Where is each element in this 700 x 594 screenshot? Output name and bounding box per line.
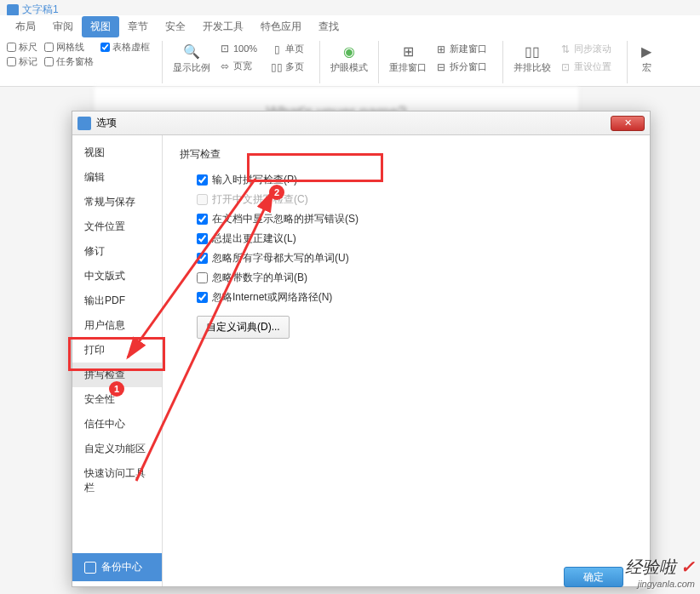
dialog-titlebar[interactable]: 选项 ✕ (72, 111, 650, 135)
sidebar-item-pdf[interactable]: 输出PDF (72, 288, 162, 313)
multipage-icon: ▯▯ (271, 61, 283, 73)
tab-chapter[interactable]: 章节 (119, 16, 157, 37)
doc-icon (7, 4, 19, 16)
options-dialog: 选项 ✕ 视图 编辑 常规与保存 文件位置 修订 中文版式 输出PDF 用户信息… (72, 111, 651, 587)
multi-page[interactable]: ▯▯多页 (267, 59, 307, 75)
eye-mode[interactable]: ◉ 护眼模式 (325, 41, 373, 76)
check-ignore-numbers[interactable]: 忽略带数字的单词(B) (180, 268, 633, 288)
sidebar-item-edit[interactable]: 编辑 (72, 165, 162, 190)
sidebar-item-view[interactable]: 视图 (72, 140, 162, 165)
sidebar-item-trust[interactable]: 信任中心 (72, 412, 162, 437)
sidebar-item-qat[interactable]: 快速访问工具栏 (72, 461, 162, 500)
confirm-button[interactable]: 确定 (564, 567, 623, 587)
macro-icon: ▶ (638, 43, 655, 60)
split-window[interactable]: ⊟拆分窗口 (432, 59, 491, 75)
tab-layout[interactable]: 布局 (7, 16, 44, 37)
sync-scroll: ⇅同步滚动 (556, 41, 615, 57)
sidebar-item-print[interactable]: 打印 (72, 338, 162, 363)
percent-icon: ⊡ (219, 43, 231, 54)
close-button[interactable]: ✕ (611, 116, 645, 131)
tab-devtools[interactable]: 开发工具 (194, 16, 252, 37)
split-icon: ⊟ (435, 61, 447, 73)
toolbar: 标尺 标记 网格线 任务窗格 表格虚框 🔍 显示比例 ⊡100% ⬄页宽 ▯单页… (0, 37, 700, 87)
reset-position: ⊡重设位置 (556, 59, 615, 75)
newwindow-icon: ⊞ (435, 43, 447, 55)
singlepage-icon: ▯ (271, 43, 283, 55)
tab-security[interactable]: 安全 (157, 16, 194, 37)
single-page[interactable]: ▯单页 (267, 41, 307, 57)
check-ruler[interactable]: 标尺 (7, 41, 37, 54)
backup-icon (84, 562, 96, 574)
rearrange-icon: ⊞ (399, 43, 416, 60)
dialog-title: 选项 (96, 116, 117, 130)
check-ignore-internet[interactable]: 忽略Internet或网络路径(N) (180, 288, 633, 307)
tab-view[interactable]: 视图 (82, 16, 119, 37)
watermark: 经验啦 ✓ jingyanla.com (625, 556, 695, 589)
new-window[interactable]: ⊞新建窗口 (432, 41, 491, 57)
dialog-icon (77, 117, 91, 130)
side-by-side[interactable]: ▯▯ 并排比较 (508, 41, 556, 76)
ribbon-tabs: 布局 审阅 视图 章节 安全 开发工具 特色应用 查找 (0, 15, 700, 37)
sidebar-item-ribbon[interactable]: 自定义功能区 (72, 437, 162, 461)
dialog-sidebar: 视图 编辑 常规与保存 文件位置 修订 中文版式 输出PDF 用户信息 打印 拼… (72, 135, 163, 586)
check-spell-typing[interactable]: 输入时拼写检查(P) (180, 170, 633, 190)
check-taskpane[interactable]: 任务窗格 (44, 55, 94, 68)
badge-1: 1 (109, 381, 124, 397)
sidebar-item-revision[interactable]: 修订 (72, 239, 162, 264)
check-markup[interactable]: 标记 (7, 55, 37, 68)
sidebar-item-general[interactable]: 常规与保存 (72, 190, 162, 214)
backup-center[interactable]: 备份中心 (72, 553, 162, 581)
macro-button[interactable]: ▶ 宏 (633, 41, 660, 76)
zoom-icon: 🔍 (183, 43, 200, 60)
check-icon: ✓ (680, 557, 695, 576)
dialog-content: 拼写检查 输入时拼写检查(P) 打开中文拼写检查(C) 在文档中显示忽略的拼写错… (163, 135, 650, 586)
tab-features[interactable]: 特色应用 (252, 16, 310, 37)
sidebar-item-userinfo[interactable]: 用户信息 (72, 313, 162, 338)
sidebar-item-filelocation[interactable]: 文件位置 (72, 214, 162, 239)
sync-icon: ⇅ (559, 43, 571, 55)
check-show-ignored[interactable]: 在文档中显示忽略的拼写错误(S) (180, 209, 633, 229)
check-tablelines[interactable]: 表格虚框 (100, 41, 150, 54)
zoom-button[interactable]: 🔍 显示比例 (168, 41, 215, 76)
badge-2: 2 (269, 185, 284, 200)
reset-icon: ⊡ (559, 61, 571, 73)
zoom-100[interactable]: ⊡100% (215, 41, 261, 56)
compare-icon: ▯▯ (524, 43, 541, 60)
tab-review[interactable]: 审阅 (44, 16, 82, 37)
check-ignore-caps[interactable]: 忽略所有字母都大写的单词(U) (180, 248, 633, 268)
custom-dict-button[interactable]: 自定义词典(D)... (197, 316, 290, 339)
check-chinese-spell: 打开中文拼写检查(C) (180, 190, 633, 209)
check-suggest[interactable]: 总提出更正建议(L) (180, 229, 633, 248)
sidebar-item-chinese[interactable]: 中文版式 (72, 264, 162, 288)
pagewidth-icon: ⬄ (219, 60, 231, 72)
rearrange-window[interactable]: ⊞ 重排窗口 (384, 41, 432, 76)
eye-icon: ◉ (341, 43, 358, 60)
section-title: 拼写检查 (180, 147, 633, 162)
tab-find[interactable]: 查找 (310, 16, 347, 37)
check-gridlines[interactable]: 网格线 (44, 41, 94, 54)
page-width[interactable]: ⬄页宽 (215, 58, 261, 74)
